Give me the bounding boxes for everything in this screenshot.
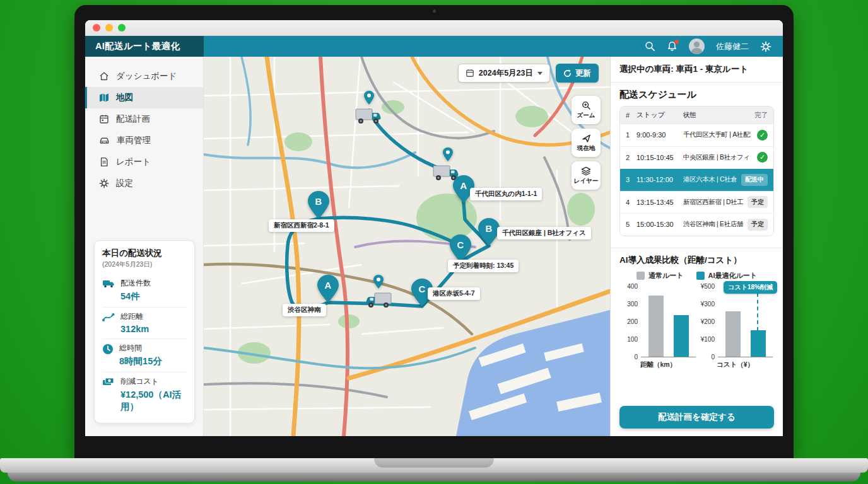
- svg-text:B: B: [315, 196, 322, 207]
- svg-text:C: C: [419, 284, 426, 294]
- stats-title: 本日の配送状況: [102, 248, 187, 259]
- date-picker[interactable]: 2024年5月23日: [458, 64, 550, 83]
- zoom-icon: [582, 101, 591, 110]
- map-zoom-button[interactable]: ズーム: [572, 96, 601, 124]
- comparison-section: AI導入成果比較（距離/コスト） 通常ルート AI最適化ルート 01002003…: [611, 248, 783, 373]
- stat-distance: 総距離 312km: [102, 308, 187, 339]
- schedule-row[interactable]: 515:00-15:30渋谷区神南 | E社店舗予定: [620, 213, 773, 236]
- address-label: 千代田区銀座 | B社オフィス: [497, 227, 591, 239]
- fullscreen-button[interactable]: [118, 24, 126, 32]
- stop-marker[interactable]: B: [308, 191, 329, 219]
- y-axis: 0100200300400: [621, 287, 641, 357]
- refresh-button[interactable]: 更新: [556, 64, 599, 83]
- layers-icon: [581, 166, 591, 176]
- sidebar-item-dashboard[interactable]: ダッシュボード: [85, 66, 203, 87]
- notifications-bell-icon[interactable]: [667, 41, 677, 52]
- cost-savings-annotation: コスト18%削減: [724, 281, 777, 294]
- schedule-row[interactable]: 413:15-13:45新宿区西新宿 | D社工場予定: [620, 191, 773, 214]
- plot-area: コスト18%削減: [718, 287, 773, 357]
- svg-text:B: B: [486, 223, 493, 234]
- schedule-title: 配送スケジュール: [619, 89, 774, 101]
- map-canvas[interactable]: [204, 57, 610, 436]
- sidebar-item-vehicles[interactable]: 車両管理: [85, 130, 203, 151]
- minimize-button[interactable]: [105, 24, 113, 32]
- search-icon[interactable]: [645, 41, 655, 52]
- sidebar-item-settings[interactable]: 設定: [85, 173, 203, 194]
- delivery-truck-icon: [365, 291, 392, 309]
- address-label: 千代田区丸の内1-1-1: [470, 188, 542, 200]
- stat-time: 総時間 8時間15分: [102, 339, 187, 372]
- bar-AI最適化ルート: [751, 330, 766, 356]
- status-badge: 予定: [748, 196, 768, 208]
- distance-chart: 0100200300400距離（km）: [621, 287, 696, 369]
- schedule-row[interactable]: 210:15-10:45中央区銀座 | B社オフィス✓: [620, 146, 773, 169]
- locate-icon: [582, 134, 591, 143]
- legend-swatch-ai: [696, 272, 705, 280]
- confirm-plan-button[interactable]: 配送計画を確定する: [619, 406, 774, 429]
- sidebar-item-reports[interactable]: レポート: [85, 151, 203, 173]
- laptop-base: [0, 458, 868, 473]
- plot-area: [641, 287, 696, 357]
- cost-chart: 0¥100¥200¥300¥500コスト18%削減コスト（¥）: [698, 287, 773, 369]
- map-area: 2024年5月23日 更新: [204, 57, 610, 436]
- clock-icon: [102, 343, 114, 355]
- calendar-icon: [466, 69, 474, 78]
- app-window: AI配送ルート最適化 佐藤健二: [85, 20, 783, 436]
- car-icon: [99, 135, 110, 146]
- chevron-down-icon: [537, 72, 542, 75]
- schedule-rows: 19:00-9:30千代田区大手町 | A社配送✓210:15-10:45中央区…: [620, 124, 773, 236]
- schedule-header-row: # ストップ 状態 完了: [620, 107, 773, 124]
- map-icon: [99, 93, 109, 103]
- schedule-row[interactable]: 311:30-12:00港区六本木 | C社倉庫配送中: [620, 168, 773, 191]
- calendar-icon: [99, 114, 109, 124]
- webcam-dot: [433, 9, 436, 13]
- x-axis-label: コスト（¥）: [698, 360, 773, 369]
- stat-deliveries: 配送件数 54件: [102, 274, 187, 308]
- status-badge: 予定: [748, 219, 768, 231]
- close-button[interactable]: [93, 24, 100, 32]
- bar-通常ルート: [648, 296, 664, 357]
- refresh-icon: [563, 69, 572, 78]
- completed-check-icon: ✓: [757, 130, 768, 141]
- svg-text:C: C: [457, 239, 464, 250]
- completed-check-icon: ✓: [757, 152, 768, 163]
- arrival-time-label: 予定到着時刻: 13:45: [448, 260, 519, 272]
- gear-icon[interactable]: [760, 41, 771, 52]
- date-value: 2024年5月23日: [479, 68, 533, 79]
- window-titlebar: [85, 20, 783, 36]
- svg-text:A: A: [460, 180, 467, 191]
- stop-marker[interactable]: A: [317, 275, 339, 302]
- stop-marker[interactable]: C: [450, 234, 471, 262]
- address-label: 港区赤坂5-4-7: [428, 287, 480, 300]
- app-header: AI配送ルート最適化 佐藤健二: [85, 36, 783, 57]
- status-badge: 配送中: [741, 174, 768, 186]
- comparison-title: AI導入成果比較（距離/コスト）: [619, 255, 774, 266]
- vehicle-pin-icon: [364, 91, 374, 105]
- document-icon: [99, 157, 109, 167]
- vehicle-pin-icon: [373, 275, 384, 289]
- route-icon: [102, 312, 115, 322]
- vehicle-pin-icon: [443, 147, 453, 161]
- schedule-row[interactable]: 19:00-9:30千代田区大手町 | A社配送✓: [620, 124, 773, 146]
- schedule-table: # ストップ 状態 完了 19:00-9:30千代田区大手町 | A社配送✓21…: [619, 106, 774, 236]
- legend-swatch-normal: [636, 272, 645, 280]
- bar-AI最適化ルート: [674, 315, 689, 357]
- sidebar: ダッシュボード 地図: [85, 57, 204, 436]
- y-axis: 0¥100¥200¥300¥500: [698, 287, 718, 357]
- sidebar-item-delivery-plan[interactable]: 配送計画: [85, 108, 203, 130]
- sidebar-item-map[interactable]: 地図: [85, 87, 203, 108]
- app-title: AI配送ルート最適化: [85, 36, 204, 57]
- annotation-dashed-line: [757, 293, 758, 331]
- bar-通常ルート: [725, 311, 741, 357]
- settings-gear-icon: [99, 178, 109, 188]
- stop-marker[interactable]: B: [478, 218, 500, 246]
- avatar[interactable]: [689, 38, 705, 54]
- right-panel: 選択中の車両: 車両1 - 東京ルート 配送スケジュール # ストップ 状態 完…: [610, 57, 783, 436]
- address-label: 新宿区西新宿2-8-1: [269, 219, 334, 232]
- map-locate-button[interactable]: 現在地: [572, 129, 601, 157]
- map-layers-button[interactable]: レイヤー: [572, 161, 601, 190]
- home-icon: [99, 71, 109, 81]
- stat-cost-savings: 削減コスト ¥12,500（AI活用）: [102, 372, 187, 417]
- svg-text:A: A: [325, 280, 332, 291]
- x-axis-label: 距離（km）: [621, 360, 696, 369]
